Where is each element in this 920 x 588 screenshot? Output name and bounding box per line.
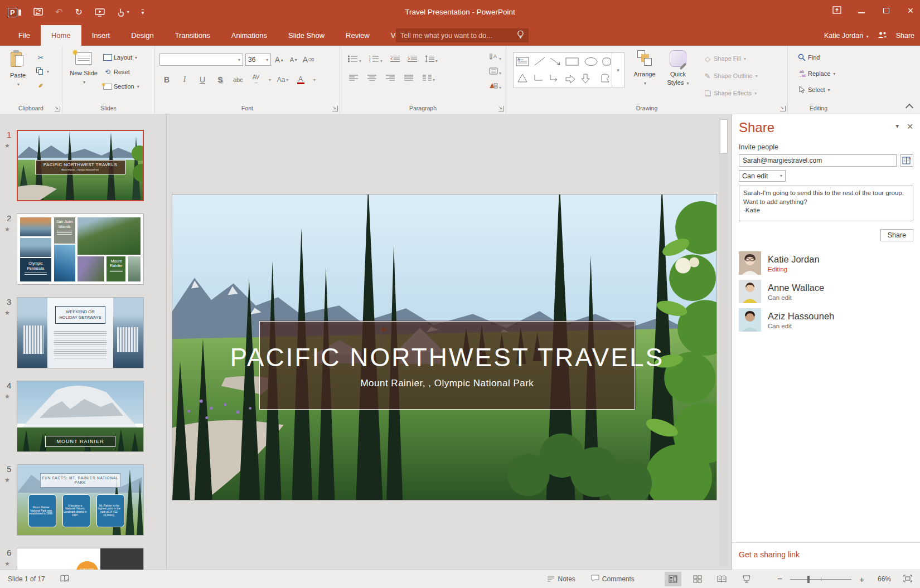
- slide-1-thumbnail[interactable]: PACIFIC NORTHWEST TRAVELS Mount Rainier,…: [17, 130, 144, 201]
- tell-me-box[interactable]: Tell me what you want to do...: [396, 28, 529, 42]
- share-message-input[interactable]: Sarah-I'm going to send this to the rest…: [739, 186, 913, 221]
- ribbon-display-options-icon[interactable]: [832, 6, 842, 15]
- clear-formatting-button[interactable]: A⌫: [302, 54, 314, 66]
- tab-home[interactable]: Home: [41, 25, 81, 46]
- slide-6-thumbnail[interactable]: SUBALPINE MEADOWS DAY HIKING: [17, 548, 144, 570]
- font-dialog-launcher[interactable]: ↘: [332, 106, 338, 111]
- maximize-button[interactable]: [881, 7, 891, 14]
- shapes-gallery[interactable]: A: [513, 52, 624, 88]
- pane-close-icon[interactable]: ✕: [907, 122, 913, 131]
- font-color-button[interactable]: A: [294, 74, 307, 86]
- text-shadow-button[interactable]: S: [214, 74, 226, 86]
- paragraph-dialog-launcher[interactable]: ↘: [498, 106, 504, 111]
- drawing-dialog-launcher[interactable]: ↘: [780, 106, 786, 111]
- columns-button[interactable]: ▾: [423, 74, 435, 84]
- text-direction-button[interactable]: A▾: [489, 52, 501, 62]
- normal-view-button[interactable]: [665, 572, 681, 586]
- zoom-out-button[interactable]: −: [777, 574, 782, 584]
- font-size-combo[interactable]: 36▾: [245, 54, 271, 66]
- slide-3-thumbnail[interactable]: WEEKEND OR HOLIDAY GETAWAYS: [17, 297, 144, 368]
- shapes-gallery-cells[interactable]: A: [514, 53, 612, 88]
- layout-button[interactable]: Layout▾: [101, 51, 141, 64]
- animation-star-icon[interactable]: ★: [4, 477, 10, 484]
- fit-slide-to-window-icon[interactable]: [903, 575, 912, 584]
- decrease-indent-button[interactable]: [390, 55, 400, 65]
- share-button-top[interactable]: Share: [896, 32, 914, 40]
- align-left-button[interactable]: [349, 74, 358, 84]
- tab-transitions[interactable]: Transitions: [164, 25, 221, 46]
- section-button[interactable]: ✹ Section▾: [101, 80, 141, 93]
- italic-button[interactable]: I: [178, 74, 191, 86]
- animation-star-icon[interactable]: ★: [4, 142, 10, 149]
- font-name-combo[interactable]: ▾: [159, 54, 243, 66]
- tab-review[interactable]: Review: [335, 25, 380, 46]
- find-button[interactable]: Find: [796, 51, 837, 64]
- animation-star-icon[interactable]: ★: [4, 393, 10, 400]
- quick-styles-button[interactable]: QuickStyles ▾: [664, 50, 693, 87]
- shape-outline-button[interactable]: ✎Shape Outline▾: [701, 70, 759, 82]
- animation-star-icon[interactable]: ★: [4, 560, 10, 567]
- bullets-button[interactable]: ▾: [348, 55, 361, 65]
- tab-design[interactable]: Design: [120, 25, 164, 46]
- convert-smartart-button[interactable]: ▾: [489, 81, 501, 91]
- close-button[interactable]: ×: [906, 6, 916, 16]
- clipboard-dialog-launcher[interactable]: ↘: [55, 106, 60, 111]
- numbering-button[interactable]: 123▾: [369, 55, 382, 65]
- line-spacing-button[interactable]: ▾: [425, 55, 438, 65]
- person-row[interactable]: Katie Jordan Editing: [739, 251, 913, 275]
- reset-button[interactable]: ⟲ Reset: [101, 66, 141, 78]
- shape-fill-button[interactable]: ◇Shape Fill▾: [701, 52, 759, 65]
- slide-sorter-view-button[interactable]: [689, 572, 706, 586]
- slide-5-thumbnail[interactable]: FUN FACTS: MT. RAINIER NATIONAL PARK Mou…: [17, 464, 144, 536]
- align-text-button[interactable]: ▾: [489, 67, 501, 77]
- get-sharing-link[interactable]: Get a sharing link: [739, 550, 800, 559]
- select-button[interactable]: Select▾: [796, 84, 837, 96]
- zoom-percentage[interactable]: 66%: [878, 575, 891, 583]
- decrease-font-size-button[interactable]: A▼: [288, 54, 300, 66]
- reading-view-button[interactable]: [714, 572, 730, 586]
- slide-2-thumbnail[interactable]: San Juan Islands Olympic Peninsula Mount…: [17, 213, 144, 285]
- underline-button[interactable]: U: [196, 74, 209, 86]
- slide-4-thumbnail[interactable]: MOUNT RAINIER: [17, 381, 144, 452]
- pane-options-icon[interactable]: ▾: [895, 122, 899, 131]
- slide-title-box[interactable]: PACIFIC NORTHWEST TRAVELS Mount Rainier,…: [259, 321, 635, 410]
- address-book-icon[interactable]: [900, 154, 913, 167]
- character-spacing-button[interactable]: AV↔: [250, 74, 262, 86]
- person-row[interactable]: Aziz Hassouneh Can edit: [739, 308, 913, 332]
- increase-indent-button[interactable]: [408, 55, 417, 65]
- tab-file[interactable]: File: [8, 25, 41, 46]
- current-slide[interactable]: PACIFIC NORTHWEST TRAVELS Mount Rainier,…: [172, 194, 717, 500]
- slide-editor-canvas[interactable]: PACIFIC NORTHWEST TRAVELS Mount Rainier,…: [167, 114, 732, 570]
- align-right-button[interactable]: [386, 74, 395, 84]
- vertical-scrollbar[interactable]: [719, 118, 728, 566]
- shape-effects-button[interactable]: ❏Shape Effects▾: [701, 87, 759, 99]
- tab-slide-show[interactable]: Slide Show: [278, 25, 335, 46]
- share-submit-button[interactable]: Share: [880, 229, 913, 241]
- person-row[interactable]: Anne Wallace Can edit: [739, 280, 913, 303]
- copy-button[interactable]: ▾: [35, 65, 51, 77]
- tab-animations[interactable]: Animations: [221, 25, 278, 46]
- invite-email-input[interactable]: [739, 154, 897, 167]
- justify-button[interactable]: [404, 74, 413, 84]
- animation-star-icon[interactable]: ★: [4, 309, 10, 317]
- replace-button[interactable]: ab→ac Replace▾: [796, 67, 837, 80]
- collapse-ribbon-icon[interactable]: [906, 104, 913, 111]
- slide-subtitle[interactable]: Mount Rainier, , Olympic National Park: [360, 378, 534, 389]
- animation-star-icon[interactable]: ★: [4, 226, 10, 233]
- strikethrough-button[interactable]: abc: [232, 74, 244, 86]
- shapes-gallery-more-icon[interactable]: ▾: [612, 53, 624, 88]
- slide-show-button[interactable]: [738, 572, 755, 586]
- slide-title[interactable]: PACIFIC NORTHWEST TRAVELS: [230, 342, 665, 372]
- align-center-button[interactable]: [367, 74, 376, 84]
- zoom-slider-thumb[interactable]: [807, 576, 810, 583]
- cut-button[interactable]: ✂: [35, 51, 51, 64]
- notes-button[interactable]: Notes: [547, 575, 575, 584]
- minimize-button[interactable]: [856, 7, 866, 14]
- format-painter-button[interactable]: ✒: [35, 79, 51, 91]
- zoom-slider[interactable]: [790, 579, 851, 580]
- tab-insert[interactable]: Insert: [81, 25, 121, 46]
- permission-dropdown[interactable]: Can edit ▾: [739, 170, 786, 182]
- new-slide-button[interactable]: ✹ New Slide ▾: [69, 50, 98, 86]
- arrange-button[interactable]: Arrange▾: [630, 50, 659, 87]
- paste-button[interactable]: Paste▾: [3, 50, 32, 88]
